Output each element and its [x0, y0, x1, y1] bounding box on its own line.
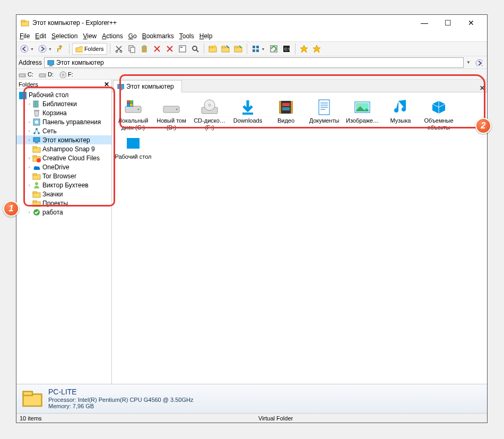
menu-bookmarks[interactable]: Bookmarks: [142, 32, 174, 40]
tab-bar: Этот компьютер ✕: [112, 80, 487, 92]
tree-item[interactable]: ›Библиотеки: [16, 99, 111, 108]
tree-item[interactable]: Tor Browser: [16, 171, 111, 180]
tree-item[interactable]: ›Сеть: [16, 126, 111, 135]
tree-item[interactable]: ›работа: [16, 208, 111, 217]
expand-arrow[interactable]: ›: [26, 119, 32, 125]
back-button[interactable]: [19, 43, 30, 55]
file-item[interactable]: Документы: [305, 97, 343, 133]
delete-button[interactable]: [151, 43, 163, 55]
svg-rect-44: [130, 100, 133, 103]
tree-item[interactable]: ›Панель управления: [16, 117, 111, 126]
svg-rect-55: [291, 101, 293, 114]
folders-toggle[interactable]: Folders: [72, 43, 107, 55]
menu-actions[interactable]: Actions: [102, 32, 123, 40]
drive-d[interactable]: D:: [39, 71, 54, 78]
moveto-button[interactable]: [232, 43, 244, 55]
file-item[interactable]: Новый том (D:): [152, 97, 190, 133]
svg-point-21: [213, 45, 216, 48]
statusbar: 10 items Virtual Folder: [16, 413, 487, 423]
details-pane: PC-LITE Processor: Intel(R) Pentium(R) C…: [16, 384, 487, 413]
tree-item[interactable]: ›Виктор Бухтеев: [16, 180, 111, 190]
3d-icon: [429, 99, 448, 116]
file-item[interactable]: Видео: [267, 97, 305, 133]
expand-arrow[interactable]: ›: [26, 156, 32, 161]
up-button[interactable]: [55, 43, 66, 55]
svg-rect-17: [179, 46, 186, 52]
menu-help[interactable]: Help: [199, 32, 213, 40]
file-item[interactable]: Локальный диск (C:): [114, 97, 152, 133]
file-item[interactable]: Рабочий стол: [114, 133, 152, 162]
cpanel-icon: [32, 118, 41, 126]
forward-button[interactable]: [37, 43, 48, 55]
menu-selection[interactable]: Selection: [51, 32, 77, 40]
menu-tools[interactable]: Tools: [179, 32, 194, 40]
views-dropdown[interactable]: ▼: [262, 47, 265, 51]
status-type: Virtual Folder: [258, 415, 293, 421]
tab-this-pc[interactable]: Этот компьютер: [113, 80, 182, 92]
onedrive-icon: [32, 163, 41, 171]
file-item[interactable]: Музыка: [381, 97, 420, 133]
views-button[interactable]: [250, 43, 262, 55]
svg-point-33: [35, 120, 38, 124]
add-bookmark-button[interactable]: [311, 43, 323, 55]
svg-line-20: [196, 50, 198, 52]
tree-item[interactable]: Корзина: [16, 108, 111, 117]
refresh-button[interactable]: [268, 43, 280, 55]
tree-item[interactable]: Ashampoo Snap 9: [16, 144, 111, 153]
info-processor: Processor: Intel(R) Pentium(R) CPU G4560…: [48, 397, 193, 403]
bookmark-button[interactable]: [298, 43, 310, 55]
annotation-badge-2: 2: [475, 118, 491, 134]
copy-button[interactable]: [126, 43, 137, 55]
drive-f[interactable]: F:: [59, 71, 73, 78]
tree-item[interactable]: ›OneDrive: [16, 162, 111, 171]
tree-item[interactable]: Значки: [16, 190, 111, 199]
drive-c[interactable]: C:: [19, 71, 33, 78]
terminal-button[interactable]: C:\: [281, 43, 292, 55]
address-dropdown[interactable]: ▼: [464, 58, 473, 67]
tree-root[interactable]: Рабочий стол: [16, 90, 111, 99]
pc-icon: [117, 83, 124, 90]
menu-go[interactable]: Go: [128, 32, 137, 40]
svg-rect-31: [34, 110, 39, 111]
properties-button[interactable]: [177, 43, 188, 55]
svg-point-65: [358, 105, 360, 107]
back-dropdown[interactable]: ▼: [30, 47, 34, 51]
expand-arrow[interactable]: ›: [26, 101, 32, 107]
menu-file[interactable]: File: [20, 32, 30, 40]
svg-rect-46: [130, 104, 133, 106]
tree-item[interactable]: Проекты: [16, 199, 111, 208]
tab-close[interactable]: ✕: [182, 84, 487, 92]
expand-arrow[interactable]: ›: [26, 210, 32, 215]
file-item[interactable]: Downloads: [229, 97, 267, 133]
search-button[interactable]: [189, 43, 201, 55]
newfolder-button[interactable]: [207, 43, 219, 55]
tree-item[interactable]: ›Creative Cloud Files: [16, 153, 111, 162]
tree-item[interactable]: ›Этот компьютер: [16, 135, 111, 144]
delete-perm-button[interactable]: [164, 43, 176, 55]
file-item[interactable]: Объемные объекты: [420, 97, 458, 133]
file-item[interactable]: Изображе…: [343, 97, 381, 133]
menu-edit[interactable]: Edit: [35, 32, 46, 40]
expand-arrow[interactable]: ›: [26, 137, 32, 143]
copyto-button[interactable]: [220, 43, 231, 55]
forward-dropdown[interactable]: ▼: [48, 47, 52, 51]
address-input[interactable]: Этот компьютер: [44, 57, 464, 68]
file-item[interactable]: CD-диско… (F:): [190, 97, 229, 133]
info-title: PC-LITE: [48, 388, 193, 396]
close-button[interactable]: ✕: [459, 15, 483, 31]
paste-button[interactable]: [138, 43, 150, 55]
svg-rect-18: [180, 47, 183, 48]
expand-arrow[interactable]: ›: [26, 128, 32, 134]
maximize-button[interactable]: ☐: [436, 15, 459, 31]
expand-arrow[interactable]: ›: [26, 165, 32, 170]
expand-arrow[interactable]: ›: [26, 183, 32, 188]
svg-rect-29: [33, 101, 36, 107]
go-button[interactable]: [473, 57, 485, 68]
address-label: Address: [19, 59, 42, 66]
minimize-button[interactable]: —: [413, 15, 436, 31]
svg-rect-66: [127, 138, 140, 149]
folders-panel-close[interactable]: ✕: [104, 81, 109, 88]
cut-button[interactable]: [113, 43, 125, 55]
menu-view[interactable]: View: [83, 32, 97, 40]
icons-view[interactable]: Локальный диск (C:)Новый том (D:)CD-диск…: [112, 92, 487, 384]
